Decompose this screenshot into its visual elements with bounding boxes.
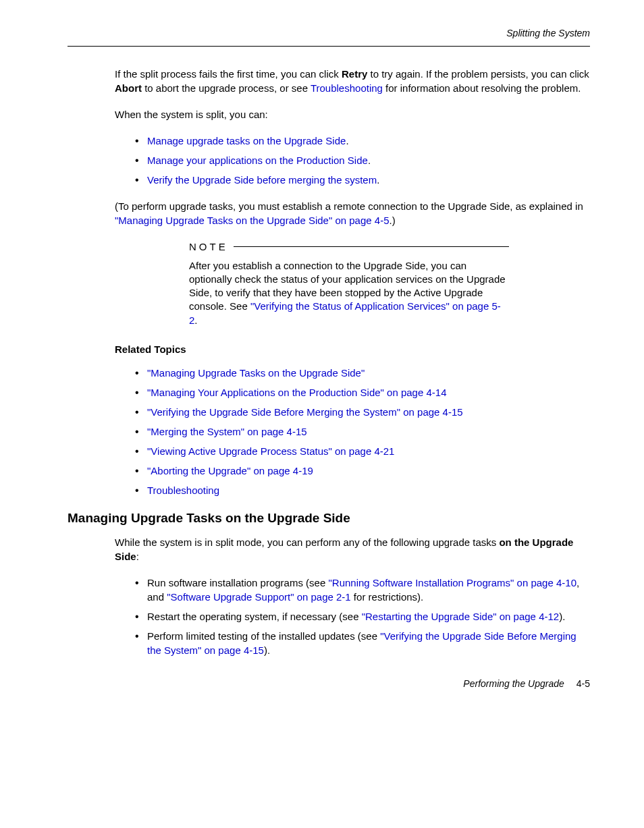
text: Perform limited testing of the installed… (147, 630, 380, 642)
related-topics-list: "Managing Upgrade Tasks on the Upgrade S… (135, 366, 590, 497)
link-restarting[interactable]: "Restarting the Upgrade Side" on page 4-… (362, 611, 560, 622)
list-item: Verify the Upgrade Side before merging t… (135, 173, 590, 187)
text: ). (559, 611, 565, 622)
list-item: Restart the operating system, if necessa… (135, 609, 590, 624)
list-item: Manage upgrade tasks on the Upgrade Side… (135, 134, 590, 148)
text: to abort the upgrade process, or see (142, 82, 311, 94)
text: for restrictions). (351, 591, 424, 603)
list-item: Troubleshooting (135, 483, 590, 497)
link-manage-apps[interactable]: Manage your applications on the Producti… (147, 155, 368, 166)
text: . (346, 135, 348, 146)
text: (To perform upgrade tasks, you must esta… (115, 200, 583, 212)
text: .) (389, 215, 395, 226)
link-verify-upgrade[interactable]: Verify the Upgrade Side before merging t… (147, 174, 377, 186)
list-item: "Managing Your Applications on the Produ… (135, 385, 590, 399)
list-item: "Managing Upgrade Tasks on the Upgrade S… (135, 366, 590, 380)
text: : (136, 551, 139, 562)
para-remote-connection: (To perform upgrade tasks, you must esta… (115, 199, 590, 227)
text: . (194, 314, 197, 326)
para-when-split: When the system is split, you can: (115, 107, 590, 121)
abort-bold: Abort (115, 82, 142, 94)
related-link[interactable]: "Managing Upgrade Tasks on the Upgrade S… (147, 367, 365, 379)
footer-label: Performing the Upgrade (463, 678, 564, 689)
running-header: Splitting the System (68, 27, 590, 40)
list-item: "Viewing Active Upgrade Process Status" … (135, 444, 590, 458)
footer: Performing the Upgrade4-5 (68, 678, 590, 691)
retry-bold: Retry (342, 68, 367, 80)
upgrade-tasks-list: Run software installation programs (see … (135, 576, 590, 657)
troubleshooting-link[interactable]: Troubleshooting (311, 82, 383, 94)
text: If the split process fails the first tim… (115, 68, 342, 80)
link-running-software[interactable]: "Running Software Installation Programs"… (328, 577, 576, 588)
list-item: "Verifying the Upgrade Side Before Mergi… (135, 405, 590, 419)
related-link[interactable]: "Viewing Active Upgrade Process Status" … (147, 445, 394, 457)
list-item: "Aborting the Upgrade" on page 4-19 (135, 464, 590, 478)
section-heading-managing: Managing Upgrade Tasks on the Upgrade Si… (68, 509, 590, 528)
text: ). (264, 644, 270, 656)
text: . (377, 174, 379, 186)
related-topics-heading: Related Topics (115, 342, 590, 356)
header-rule (68, 46, 590, 47)
link-managing-tasks[interactable]: "Managing Upgrade Tasks on the Upgrade S… (115, 215, 389, 226)
note-heading-row: NOTE (189, 240, 509, 254)
note-block: NOTE After you establish a connection to… (189, 240, 509, 327)
note-text: After you establish a connection to the … (189, 259, 509, 327)
split-options-list: Manage upgrade tasks on the Upgrade Side… (135, 134, 590, 187)
list-item: "Merging the System" on page 4-15 (135, 424, 590, 439)
link-manage-upgrade[interactable]: Manage upgrade tasks on the Upgrade Side (147, 135, 346, 146)
link-software-support[interactable]: "Software Upgrade Support" on page 2-1 (167, 591, 351, 603)
text: While the system is in split mode, you c… (115, 536, 499, 548)
related-link[interactable]: "Aborting the Upgrade" on page 4-19 (147, 465, 313, 476)
list-item: Manage your applications on the Producti… (135, 153, 590, 167)
note-label: NOTE (189, 240, 228, 254)
related-link[interactable]: "Managing Your Applications on the Produ… (147, 387, 446, 398)
text: . (368, 155, 371, 166)
list-item: Perform limited testing of the installed… (135, 629, 590, 657)
related-link[interactable]: Troubleshooting (147, 485, 219, 496)
text: Restart the operating system, if necessa… (147, 611, 362, 622)
para-retry-abort: If the split process fails the first tim… (115, 67, 590, 95)
text: Run software installation programs (see (147, 577, 328, 588)
list-item: Run software installation programs (see … (135, 576, 590, 604)
text: to try again. If the problem persists, y… (367, 68, 589, 80)
para-split-mode: While the system is in split mode, you c… (115, 535, 590, 563)
note-rule (234, 246, 509, 247)
text: for information about resolving the prob… (383, 82, 581, 94)
related-link[interactable]: "Merging the System" on page 4-15 (147, 426, 307, 437)
related-link[interactable]: "Verifying the Upgrade Side Before Mergi… (147, 406, 463, 418)
footer-page: 4-5 (576, 678, 590, 689)
